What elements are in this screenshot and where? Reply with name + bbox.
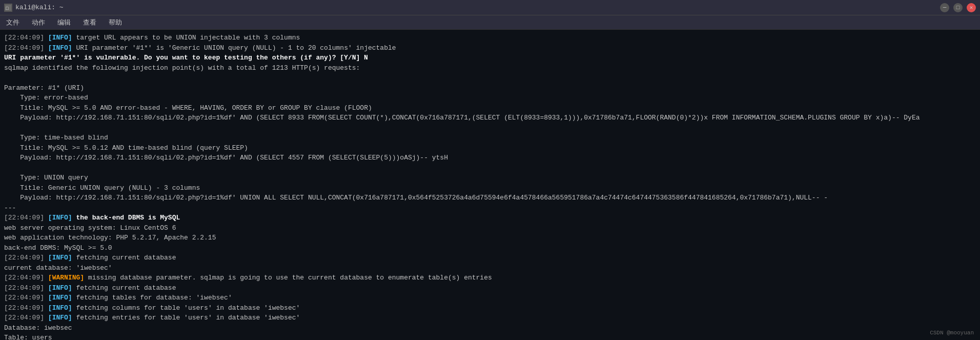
titlebar: □ kali@kali: ~ ─ □ ✕ <box>0 0 980 15</box>
terminal-line <box>4 123 976 133</box>
terminal-line: Parameter: #1* (URI) <box>4 83 976 93</box>
svg-text:□: □ <box>6 6 9 11</box>
menu-action[interactable]: 动作 <box>30 17 47 28</box>
terminal-line: Payload: http://192.168.71.151:80/sqli/0… <box>4 113 976 123</box>
terminal-line: back-end DBMS: MySQL >= 5.0 <box>4 243 976 253</box>
menubar: 文件 动作 编辑 查看 帮助 <box>0 15 980 30</box>
minimize-button[interactable]: ─ <box>940 3 949 12</box>
terminal-line: [22:04:09] [INFO] fetching current datab… <box>4 283 976 293</box>
terminal-line: [22:04:09] [INFO] fetching columns for t… <box>4 303 976 313</box>
window-controls: ─ □ ✕ <box>940 3 976 12</box>
terminal-line: Type: UNION query <box>4 173 976 183</box>
terminal-output: [22:04:09] [INFO] target URL appears to … <box>0 30 980 340</box>
terminal-line: [22:04:09] [INFO] URI parameter '#1*' is… <box>4 43 976 53</box>
terminal-line: Type: time-based blind <box>4 133 976 143</box>
menu-file[interactable]: 文件 <box>4 17 22 28</box>
terminal-line: sqlmap identified the following injectio… <box>4 63 976 73</box>
terminal-line: Title: MySQL >= 5.0.12 AND time-based bl… <box>4 143 976 153</box>
terminal-line: [22:04:09] [INFO] target URL appears to … <box>4 33 976 43</box>
watermark: CSDN @mooyuan <box>930 330 974 336</box>
terminal-line: Type: error-based <box>4 93 976 103</box>
terminal-line: Title: MySQL >= 5.0 AND error-based - WH… <box>4 103 976 113</box>
terminal-line: [22:04:09] [WARNING] missing database pa… <box>4 273 976 283</box>
terminal-line: web server operating system: Linux CentO… <box>4 223 976 233</box>
terminal-icon: □ <box>4 4 12 12</box>
menu-view[interactable]: 查看 <box>81 17 98 28</box>
close-button[interactable]: ✕ <box>967 3 976 12</box>
menu-edit[interactable]: 编辑 <box>55 17 73 28</box>
terminal-line: Database: iwebsec <box>4 323 976 333</box>
terminal-line: [22:04:09] [INFO] fetching entries for t… <box>4 313 976 323</box>
terminal-line: [22:04:09] [INFO] fetching current datab… <box>4 253 976 263</box>
terminal-line: [22:04:09] [INFO] fetching tables for da… <box>4 293 976 303</box>
terminal-line <box>4 73 976 83</box>
terminal-line: URI parameter '#1*' is vulnerable. Do yo… <box>4 53 976 63</box>
terminal-line: web application technology: PHP 5.2.17, … <box>4 233 976 243</box>
terminal-line <box>4 163 976 173</box>
menu-help[interactable]: 帮助 <box>107 17 124 28</box>
terminal-line: [22:04:09] [INFO] the back-end DBMS is M… <box>4 213 976 223</box>
terminal-line: Title: Generic UNION query (NULL) - 3 co… <box>4 183 976 193</box>
terminal-line: Table: users <box>4 333 976 340</box>
maximize-button[interactable]: □ <box>953 3 963 12</box>
terminal-line: current database: 'iwebsec' <box>4 263 976 273</box>
terminal-line: --- <box>4 203 976 213</box>
terminal-line: Payload: http://192.168.71.151:80/sqli/0… <box>4 153 976 163</box>
titlebar-left: □ kali@kali: ~ <box>4 4 64 12</box>
window-title: kali@kali: ~ <box>15 4 64 11</box>
terminal-line: Payload: http://192.168.71.151:80/sqli/0… <box>4 193 976 203</box>
